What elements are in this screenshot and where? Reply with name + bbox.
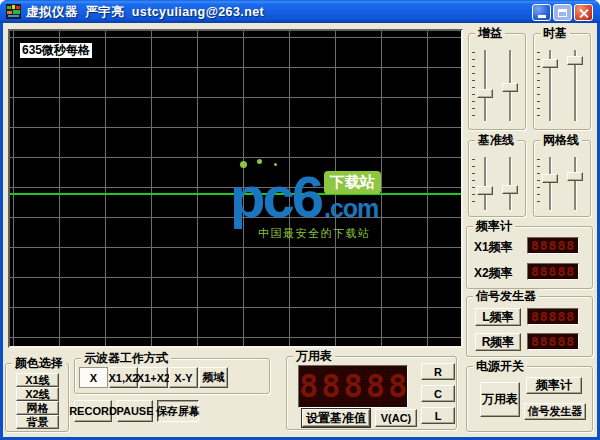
mode-freq-domain-button[interactable]: 频域 <box>199 367 228 388</box>
maximize-button[interactable] <box>553 4 572 21</box>
gridline-slider-2[interactable] <box>566 157 584 210</box>
multimeter-display: 88888 <box>298 365 408 408</box>
mode-x-button[interactable]: X <box>79 367 108 388</box>
timebase-group-title: 时基 <box>540 26 570 41</box>
color-grid-button[interactable]: 网格 <box>16 401 59 415</box>
multimeter-group: 万用表 88888 R C L 设置基准值 V(AC) <box>286 356 457 430</box>
slider-thumb[interactable] <box>542 59 558 68</box>
close-button[interactable] <box>574 4 593 21</box>
save-screen-button[interactable]: 保存屏幕 <box>157 400 199 422</box>
slider-thumb[interactable] <box>567 172 583 181</box>
r-frequency-button[interactable]: R频率 <box>475 333 521 351</box>
x1-frequency-display: 88888 <box>527 237 579 254</box>
close-icon <box>579 8 589 18</box>
gain-slider-2[interactable] <box>501 50 519 121</box>
slider-thumb[interactable] <box>502 185 518 194</box>
l-frequency-button[interactable]: L频率 <box>475 308 521 326</box>
x1-frequency-label: X1频率 <box>474 239 513 256</box>
frequency-counter-group: 频率计 X1频率 88888 X2频率 88888 <box>466 226 593 289</box>
x2-frequency-display: 88888 <box>527 263 579 280</box>
baseline-group: 基准线 <box>468 140 526 217</box>
slider-ticks <box>537 52 540 119</box>
r-frequency-display: 88888 <box>527 333 579 350</box>
baseline-group-title: 基准线 <box>475 133 517 148</box>
record-button[interactable]: RECORD <box>74 400 112 422</box>
baseline-slider-2[interactable] <box>501 157 519 210</box>
slider-thumb[interactable] <box>542 174 558 183</box>
slider-thumb[interactable] <box>567 56 583 65</box>
set-reference-button[interactable]: 设置基准值 <box>302 409 370 427</box>
window-frame: 虚拟仪器 严宇亮 ustcyuliang@263.net 635微秒每格 pc6… <box>0 0 600 440</box>
frequency-counter-title: 频率计 <box>473 219 515 234</box>
slider-thumb[interactable] <box>477 89 493 98</box>
capacitance-button[interactable]: C <box>421 385 455 402</box>
color-background-button[interactable]: 背景 <box>16 415 59 429</box>
slider-track[interactable] <box>549 157 551 210</box>
oscilloscope-panel: 635微秒每格 pc6 下载站 .com 中国最安全的下载站 <box>8 29 463 348</box>
vac-button[interactable]: V(AC) <box>375 409 417 427</box>
color-select-group: 颜色选择 X1线 X2线 网格 背景 <box>5 363 69 432</box>
power-switch-group: 电源开关 万用表 频率计 信号发生器 <box>466 366 593 432</box>
x2-frequency-label: X2频率 <box>474 265 513 282</box>
window-title: 虚拟仪器 严宇亮 ustcyuliang@263.net <box>26 4 264 21</box>
signal-generator-group: 信号发生器 L频率 88888 R频率 88888 <box>466 296 593 357</box>
slider-ticks <box>472 52 475 119</box>
watermark-smile-icon <box>240 161 247 168</box>
slider-ticks <box>472 159 475 208</box>
signal-generator-title: 信号发生器 <box>473 289 539 304</box>
color-x1-line-button[interactable]: X1线 <box>16 373 59 387</box>
l-frequency-display: 88888 <box>527 308 579 325</box>
app-icon <box>6 4 21 19</box>
color-select-title: 颜色选择 <box>12 356 66 371</box>
slider-track[interactable] <box>509 157 511 210</box>
slider-track[interactable] <box>484 50 486 121</box>
slider-track[interactable] <box>484 157 486 210</box>
timebase-label: 635微秒每格 <box>20 43 92 58</box>
minimize-button[interactable] <box>532 4 551 21</box>
watermark-badge: 下载站 <box>324 171 381 194</box>
multimeter-title: 万用表 <box>293 349 335 364</box>
gridline-slider-1[interactable] <box>541 157 559 210</box>
pause-button[interactable]: PAUSE <box>117 400 153 422</box>
timebase-slider-1[interactable] <box>541 50 559 121</box>
mode-x1-plus-x2-button[interactable]: X1+X2 <box>139 367 168 388</box>
inductance-button[interactable]: L <box>421 407 455 424</box>
gain-group-title: 增益 <box>475 26 505 41</box>
power-signal-gen-button[interactable]: 信号发生器 <box>524 403 586 420</box>
scope-mode-title: 示波器工作方式 <box>81 351 171 366</box>
slider-thumb[interactable] <box>502 83 518 92</box>
scope-mode-group: 示波器工作方式 X X1,X2 X1+X2 X-Y 频域 <box>74 358 270 394</box>
minimize-icon <box>538 15 546 18</box>
oscilloscope-screen: 635微秒每格 pc6 下载站 .com 中国最安全的下载站 <box>10 31 461 346</box>
mode-xy-button[interactable]: X-Y <box>169 367 198 388</box>
timebase-slider-2[interactable] <box>566 50 584 121</box>
color-x2-line-button[interactable]: X2线 <box>16 387 59 401</box>
slider-track[interactable] <box>574 157 576 210</box>
gridline-group-title: 网格线 <box>540 133 582 148</box>
title-bar[interactable]: 虚拟仪器 严宇亮 ustcyuliang@263.net <box>0 0 600 23</box>
slider-ticks <box>537 159 540 208</box>
slider-thumb[interactable] <box>477 186 493 195</box>
baseline-slider-1[interactable] <box>476 157 494 210</box>
gain-group: 增益 <box>468 33 526 130</box>
resistance-button[interactable]: R <box>421 363 455 380</box>
gain-slider-1[interactable] <box>476 50 494 121</box>
power-switch-title: 电源开关 <box>473 359 527 374</box>
timebase-group: 时基 <box>533 33 591 130</box>
watermark-com: .com <box>324 195 378 221</box>
mode-x1x2-button[interactable]: X1,X2 <box>109 367 138 388</box>
maximize-icon <box>558 9 567 17</box>
pc6-watermark: pc6 下载站 .com 中国最安全的下载站 <box>230 171 415 241</box>
power-freq-counter-button[interactable]: 频率计 <box>526 377 582 394</box>
gridline-group: 网格线 <box>533 140 591 217</box>
watermark-logo: pc6 <box>230 171 321 223</box>
window-controls <box>532 4 593 21</box>
power-multimeter-button[interactable]: 万用表 <box>480 382 520 417</box>
